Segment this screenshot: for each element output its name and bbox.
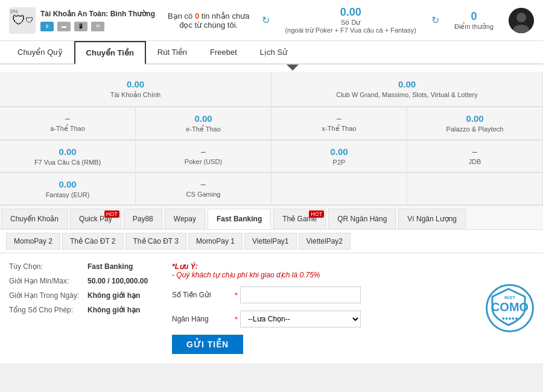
shield-icon: 0% 🛡 (9, 7, 36, 34)
form-fields: *Lưu Ý: - Quý khách tự chịu phí khi giao… (172, 262, 468, 354)
e-the-thao-value: 0.00 (142, 113, 265, 124)
bank-required: * (235, 315, 238, 324)
account-row-4: 0.00 Fantasy (EUR) – CS Gaming (0, 173, 543, 205)
total-label: Tổng Số Cho Phép: (9, 306, 87, 314)
account-grid: 0.00 Tài Khoản Chính 0.00 Club W Grand, … (0, 72, 543, 206)
amount-input[interactable] (240, 286, 361, 303)
total-value: Không giới hạn (87, 306, 140, 314)
fantasy-value: 0.00 (6, 179, 129, 189)
points-value: 0 (454, 10, 494, 23)
points-label: Điểm thưởng (454, 23, 494, 31)
jdb-label: JDB (413, 158, 536, 165)
amount-required: * (235, 291, 238, 300)
a-the-thao-label: a-Thể Thao (6, 125, 129, 133)
account-e-the-thao: 0.00 e-Thể Thao (136, 107, 272, 140)
hot-badge-the-game: HOT (309, 210, 324, 218)
nav-indicator (287, 65, 299, 71)
cs-gaming-value: – (142, 179, 265, 189)
hot-badge-quick-pay: HOT (104, 210, 119, 218)
tab-rut-tien[interactable]: Rút Tiền (146, 41, 198, 63)
club-label: Club W Grand, Massimo, Slots, Virtual & … (279, 91, 535, 98)
account-empty-1 (272, 173, 407, 205)
submit-button[interactable]: GỬI TIỀN (172, 335, 243, 354)
account-icons-group: Tài Khoản An Toàn: Bình Thường $ ▬ 📱 ✉ (40, 10, 155, 31)
tab-chuyen-quy[interactable]: Chuyển Quỹ (6, 41, 74, 63)
tab-quick-pay[interactable]: Quick Pay HOT (70, 209, 121, 229)
a-the-thao-value: – (6, 113, 129, 123)
notice-text: *Lưu Ý: - Quý khách tự chịu phí khi giao… (172, 262, 468, 279)
tab-fast-banking[interactable]: Fast Banking (208, 209, 271, 229)
phone-icon: 📱 (74, 22, 87, 31)
subtab-viettel-pay1[interactable]: ViettelPay1 (244, 233, 297, 250)
account-palazzo: 0.00 Palazzo & Playtech (407, 107, 543, 140)
tab-vi-ngan-luong[interactable]: Ví Ngân Lượng (398, 209, 466, 229)
account-x-the-thao: – x-Thể Thao (272, 107, 407, 140)
daily-label: Giới Hạn Trong Ngày: (9, 291, 87, 300)
x-the-thao-value: – (278, 113, 401, 123)
tab-pay88[interactable]: Pay88 (124, 209, 162, 229)
amount-field-row: Số Tiền Gửi * (172, 286, 468, 303)
logo-shield-svg (487, 286, 530, 328)
account-main: 0.00 Tài Khoản Chính (0, 72, 272, 107)
subtab-the-cao-dt3[interactable]: Thẻ Cào ĐT 3 (125, 233, 186, 250)
p2p-label: P2P (278, 159, 401, 166)
option-label: Tùy Chọn: (9, 262, 87, 271)
como-logo: INST COMO ●●●●● (486, 284, 534, 332)
poker-value: – (142, 147, 265, 156)
tab-freebet[interactable]: Freebet (198, 41, 249, 63)
form-limit-row: Giới Hạn Min/Max: 50.00 / 100,000.00 (9, 277, 154, 285)
tab-chuyen-tien[interactable]: Chuyển Tiền (74, 41, 146, 65)
daily-value: Không giới hạn (87, 291, 140, 300)
subtab-momopay2[interactable]: MomoPay 2 (6, 233, 60, 250)
form-daily-row: Giới Hạn Trong Ngày: Không giới hạn (9, 291, 154, 300)
account-row-1: 0.00 Tài Khoản Chính 0.00 Club W Grand, … (0, 72, 543, 107)
palazzo-value: 0.00 (413, 113, 536, 124)
fantasy-label: Fantasy (EUR) (6, 191, 129, 198)
header: 0% 🛡 Tài Khoản An Toàn: Bình Thường $ ▬ … (0, 0, 543, 41)
subtab-the-cao-dt2[interactable]: Thẻ Cào ĐT 2 (62, 233, 123, 250)
account-status: Bình Thường (110, 10, 155, 18)
poker-label: Poker (USD) (142, 158, 265, 165)
points-item: 0 Điểm thưởng (454, 10, 494, 31)
account-title: Tài Khoản An Toàn: Bình Thường (40, 10, 155, 18)
refresh-balance-icon[interactable]: ↻ (262, 14, 270, 26)
subtab-viettel-pay2[interactable]: ViettelPay2 (299, 233, 351, 250)
p2p-value: 0.00 (278, 147, 401, 157)
cs-gaming-label: CS Gaming (142, 191, 265, 198)
tab-the-game[interactable]: Thẻ Game HOT (273, 209, 326, 229)
account-cs-gaming: – CS Gaming (136, 173, 272, 205)
form-info: Tùy Chọn: Fast Banking Giới Hạn Min/Max:… (9, 262, 154, 354)
subtab-momopay1[interactable]: MomoPay 1 (188, 233, 243, 250)
tab-lich-su[interactable]: Lịch Sử (249, 41, 299, 63)
f7-value: 0.00 (6, 147, 129, 157)
main-value: 0.00 (7, 79, 264, 89)
tab-chuyen-khoan[interactable]: Chuyển Khoản (1, 209, 68, 229)
message-count: 0 (195, 11, 199, 21)
balance-item: 0.00 Số Dư (ngoài trừ Poker + F7 Vua câu… (285, 6, 416, 34)
avatar[interactable] (509, 8, 534, 33)
svg-point-1 (516, 13, 526, 22)
main-label: Tài Khoản Chính (7, 91, 264, 99)
account-row-2: – a-Thể Thao 0.00 e-Thể Thao – x-Thể Tha… (0, 107, 543, 141)
form-area: Tùy Chọn: Fast Banking Giới Hạn Min/Max:… (0, 253, 543, 363)
tab-qr-ngan-hang[interactable]: QR Ngân Hàng (328, 209, 396, 229)
bank-field-row: Ngân Hàng * --Lưa Chọn--VietcombankBIDVT… (172, 311, 468, 327)
limit-label: Giới Hạn Min/Max: (9, 277, 87, 285)
account-empty-2 (407, 173, 543, 205)
tab-wepay[interactable]: Wepay (165, 209, 205, 229)
nav-tabs: Chuyển Quỹ Chuyển Tiền Rút Tiền Freebet … (0, 41, 543, 65)
account-row-3: 0.00 F7 Vua Câu Cá (RMB) – Poker (USD) 0… (0, 141, 543, 173)
mail-icon: ✉ (91, 22, 104, 31)
payment-tabs-row2: MomoPay 2 Thẻ Cào ĐT 2 Thẻ Cào ĐT 3 Momo… (0, 230, 543, 253)
account-jdb: – JDB (407, 141, 543, 172)
account-p2p: 0.00 P2P (272, 141, 407, 172)
option-value: Fast Banking (87, 262, 133, 271)
submit-row: GỬI TIỀN (172, 335, 468, 354)
jdb-value: – (413, 147, 536, 156)
account-a-the-thao: – a-Thể Thao (0, 107, 136, 140)
balance-section: ↻ 0.00 Số Dư (ngoài trừ Poker + F7 Vua c… (262, 6, 534, 34)
bank-select[interactable]: --Lưa Chọn--VietcombankBIDVTechcombankAg… (240, 311, 361, 327)
refresh-points-icon[interactable]: ↻ (431, 14, 439, 26)
account-poker: – Poker (USD) (136, 141, 272, 172)
payment-section: Chuyển Khoản Quick Pay HOT Pay88 Wepay F… (0, 206, 543, 363)
